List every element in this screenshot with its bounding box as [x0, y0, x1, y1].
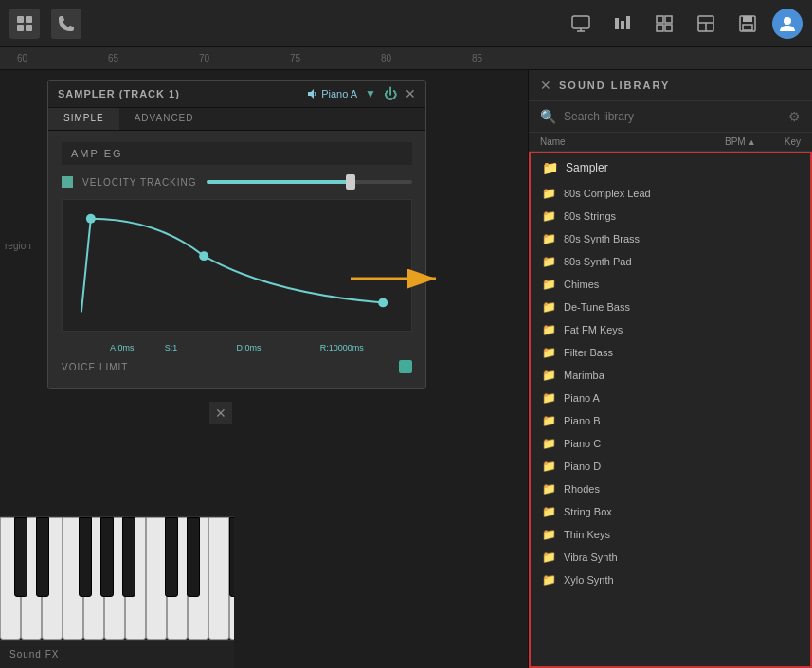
library-close-button[interactable]: ✕: [540, 78, 551, 93]
decay-label: D:0ms: [237, 343, 262, 352]
svg-point-22: [86, 214, 96, 224]
timeline-marks: 60 65 70 75 80 85: [17, 53, 804, 63]
library-item-filter-bass[interactable]: 📁 Filter Bass: [531, 341, 810, 364]
library-list: 📁 Sampler 📁 80s Complex Lead 📁 80s Strin…: [529, 152, 812, 668]
panel-icon[interactable]: [689, 7, 723, 41]
library-item-thin-keys[interactable]: 📁 Thin Keys: [531, 523, 810, 546]
library-item-rhodes[interactable]: 📁 Rhodes: [531, 478, 810, 500]
svg-rect-12: [657, 25, 663, 31]
panel-close-button[interactable]: ✕: [209, 402, 232, 424]
library-item-de-tune-bass[interactable]: 📁 De-Tune Bass: [531, 296, 810, 318]
library-item-fat-fm-keys[interactable]: 📁 Fat FM Keys: [531, 318, 810, 341]
lib-item-label: De-Tune Bass: [564, 301, 799, 313]
library-item-vibra-synth[interactable]: 📁 Vibra Synth: [531, 546, 810, 569]
sound-library-panel: ✕ SOUND LIBRARY 🔍 ⚙ Name BPM ▲ Key 📁 Sam…: [528, 70, 812, 668]
library-item-sampler[interactable]: 📁 Sampler: [531, 153, 810, 182]
library-item-piano-c[interactable]: 📁 Piano C: [531, 432, 810, 455]
sampler-close-button[interactable]: ✕: [405, 86, 416, 101]
library-item-piano-d[interactable]: 📁 Piano D: [531, 455, 810, 478]
black-key[interactable]: [79, 517, 92, 597]
voice-limit-indicator[interactable]: [399, 360, 412, 373]
library-item-string-box[interactable]: 📁 String Box: [531, 500, 810, 523]
preset-dropdown-arrow[interactable]: ▼: [365, 87, 376, 100]
folder-icon: 📁: [542, 369, 556, 382]
lib-item-label: 80s Synth Pad: [564, 256, 799, 267]
phone-icon[interactable]: [51, 9, 81, 39]
black-key[interactable]: [187, 517, 200, 597]
black-key[interactable]: [14, 517, 27, 597]
monitor-icon[interactable]: [564, 7, 598, 41]
timeline-mark: 80: [381, 53, 472, 63]
black-key[interactable]: [36, 517, 49, 597]
svg-marker-21: [308, 89, 314, 99]
lib-item-label: Thin Keys: [564, 529, 799, 540]
folder-icon: 📁: [542, 391, 556, 405]
library-item-xylo-synth[interactable]: 📁 Xylo Synth: [531, 569, 810, 591]
tab-simple[interactable]: SIMPLE: [48, 108, 119, 130]
svg-rect-18: [743, 16, 752, 22]
library-item-chimes[interactable]: 📁 Chimes: [531, 273, 810, 296]
library-header: ✕ SOUND LIBRARY: [529, 70, 812, 101]
folder-icon: 📁: [542, 160, 558, 175]
velocity-checkbox[interactable]: [62, 176, 73, 188]
svg-rect-2: [17, 25, 24, 31]
envelope-labels: A:0ms S:1 D:0ms R:10000ms: [62, 339, 412, 356]
black-key[interactable]: [122, 517, 135, 597]
lib-item-label: 80s Synth Brass: [564, 233, 799, 244]
search-settings-icon[interactable]: ⚙: [788, 109, 801, 124]
library-item-80s-strings[interactable]: 📁 80s Strings: [531, 205, 810, 227]
svg-rect-19: [743, 25, 752, 30]
svg-rect-7: [615, 18, 619, 29]
folder-icon: 📁: [542, 460, 556, 473]
folder-icon: 📁: [542, 323, 556, 336]
piano-keys: [0, 517, 234, 640]
col-header-bpm[interactable]: BPM ▲: [725, 136, 772, 147]
amp-eg-title: AMP EG: [62, 142, 412, 165]
library-item-80s-complex-lead[interactable]: 📁 80s Complex Lead: [531, 182, 810, 205]
grid2-icon[interactable]: [647, 7, 681, 41]
left-area: region SAMPLER (TRACK 1) Piano A ▼ ⏻ ✕: [0, 70, 528, 668]
piano-keyboard: [0, 516, 234, 640]
save-icon[interactable]: [731, 7, 765, 41]
svg-rect-8: [621, 21, 624, 29]
tab-advanced[interactable]: ADVANCED: [119, 108, 209, 130]
library-item-piano-a[interactable]: 📁 Piano A: [531, 387, 810, 409]
user-avatar[interactable]: [772, 9, 803, 39]
sampler-window: SAMPLER (TRACK 1) Piano A ▼ ⏻ ✕ SIMPLE: [47, 80, 426, 389]
timeline-mark: 60: [17, 53, 108, 63]
folder-icon: 📁: [542, 505, 556, 518]
lib-item-label: Fat FM Keys: [564, 324, 799, 335]
folder-icon: 📁: [542, 209, 556, 223]
lib-item-label: Piano D: [564, 460, 799, 472]
library-item-piano-b[interactable]: 📁 Piano B: [531, 409, 810, 432]
lib-item-label: Piano C: [564, 438, 799, 449]
search-icon: 🔍: [540, 109, 556, 124]
sampler-preset[interactable]: Piano A: [306, 88, 357, 99]
velocity-slider[interactable]: [207, 180, 412, 184]
timeline-mark: 75: [290, 53, 381, 63]
timeline-mark: 65: [108, 53, 199, 63]
black-key[interactable]: [100, 517, 114, 597]
release-label: R:10000ms: [320, 343, 364, 352]
lib-item-label: Piano A: [564, 392, 799, 404]
folder-icon: 📁: [542, 437, 556, 450]
top-bar-right: [564, 7, 803, 41]
power-button[interactable]: ⏻: [384, 86, 397, 101]
svg-rect-13: [665, 25, 672, 31]
search-input[interactable]: [564, 110, 781, 123]
grid-icon[interactable]: [9, 9, 40, 39]
bars-icon[interactable]: [605, 7, 640, 41]
library-title: SOUND LIBRARY: [559, 80, 801, 91]
library-item-80s-synth-pad[interactable]: 📁 80s Synth Pad: [531, 250, 810, 273]
black-key[interactable]: [229, 517, 234, 597]
folder-icon: 📁: [542, 232, 556, 245]
velocity-slider-thumb[interactable]: [346, 174, 355, 190]
sampler-controls: Piano A ▼ ⏻ ✕: [306, 86, 416, 101]
voice-limit-label: VOICE LIMIT: [62, 362, 128, 372]
top-bar: [0, 0, 812, 47]
library-item-80s-synth-brass[interactable]: 📁 80s Synth Brass: [531, 227, 810, 250]
lib-item-label: 80s Strings: [564, 210, 799, 222]
library-item-marimba[interactable]: 📁 Marimba: [531, 364, 810, 387]
timeline: 60 65 70 75 80 85: [0, 47, 812, 70]
black-key[interactable]: [165, 517, 178, 597]
